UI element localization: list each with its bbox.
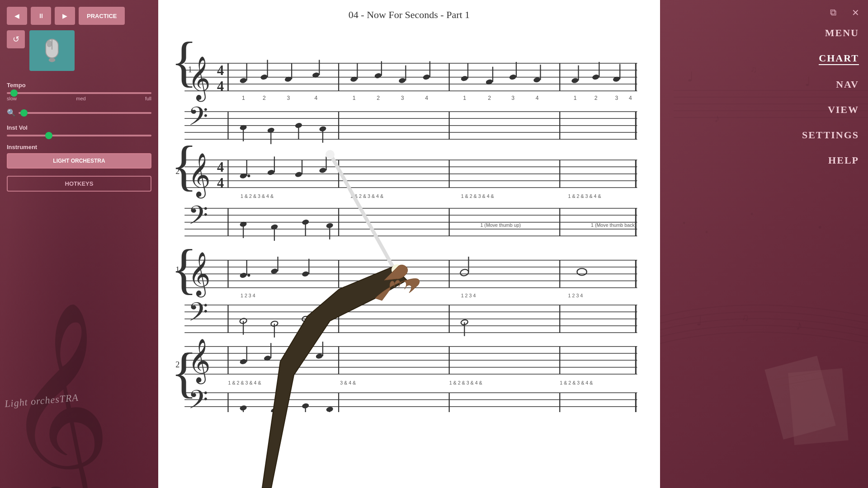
svg-text:4: 4 xyxy=(217,63,224,78)
svg-text:𝄞: 𝄞 xyxy=(188,339,211,385)
svg-text:4: 4 xyxy=(425,95,428,101)
svg-line-247 xyxy=(775,371,825,380)
svg-text:2: 2 xyxy=(594,95,598,101)
svg-text:1 & 2 & 3 & 4 &: 1 & 2 & 3 & 4 & xyxy=(461,193,494,199)
nav-item-menu[interactable]: MENU xyxy=(825,27,859,39)
svg-text:1   2   3   4: 1 2 3 4 xyxy=(461,293,476,298)
svg-rect-245 xyxy=(764,356,835,440)
svg-text:𝄢: 𝄢 xyxy=(188,202,208,236)
svg-point-59 xyxy=(571,77,579,84)
svg-text:3: 3 xyxy=(287,95,290,101)
svg-point-25 xyxy=(260,74,268,80)
prev-icon: ◀ xyxy=(14,12,19,19)
svg-text:4: 4 xyxy=(217,175,224,191)
sheet-title: 04 - Now For Seconds - Part 1 xyxy=(158,0,660,25)
restore-icon: ⧉ xyxy=(830,7,836,18)
nav-item-view[interactable]: VIEW xyxy=(828,104,859,116)
close-icon: ✕ xyxy=(852,7,859,18)
svg-point-199 xyxy=(316,353,324,359)
svg-text:1 & 2 & 3 & 4 &: 1 & 2 & 3 & 4 & xyxy=(228,380,261,385)
svg-text:2: 2 xyxy=(377,95,380,101)
tempo-slider[interactable] xyxy=(7,92,151,94)
nav-item-settings[interactable]: SETTINGS xyxy=(802,129,859,141)
tempo-thumb[interactable] xyxy=(10,89,18,97)
search-icon[interactable]: 🔍 xyxy=(7,108,16,117)
tempo-label: Tempo xyxy=(7,82,151,89)
svg-text:𝄢: 𝄢 xyxy=(188,103,208,137)
svg-text:1 (Move thumb back): 1 (Move thumb back) xyxy=(591,222,636,228)
svg-text:♫: ♫ xyxy=(741,312,749,323)
close-button[interactable]: ✕ xyxy=(848,5,863,20)
tempo-full: full xyxy=(145,96,151,101)
svg-text:2: 2 xyxy=(488,95,491,101)
svg-text:1   2   3   4: 1 2 3 4 xyxy=(568,293,583,298)
svg-text:♫: ♫ xyxy=(750,64,757,74)
svg-text:3: 3 xyxy=(511,95,514,101)
nav-item-help[interactable]: HELP xyxy=(828,155,859,166)
svg-point-53 xyxy=(533,77,541,83)
nav-item-nav[interactable]: NAV xyxy=(836,79,859,90)
instrument-button[interactable]: LIGHT ORCHESTRA xyxy=(7,153,151,169)
svg-rect-2 xyxy=(47,40,52,47)
main-content: 04 - Now For Seconds - Part 1 { { { { 1 … xyxy=(158,0,660,488)
svg-text:1: 1 xyxy=(242,95,245,101)
svg-text:♪: ♪ xyxy=(714,112,720,124)
tempo-section: Tempo slow med full xyxy=(7,82,151,101)
svg-text:3   4: 3 4 xyxy=(351,293,358,298)
svg-text:𝄢: 𝄢 xyxy=(188,298,208,333)
svg-point-193 xyxy=(239,358,247,365)
svg-point-39 xyxy=(398,77,406,84)
svg-point-61 xyxy=(592,74,600,80)
svg-text:4: 4 xyxy=(629,95,632,101)
search-slider[interactable] xyxy=(19,112,151,114)
inst-vol-section: Inst Vol xyxy=(7,124,151,136)
practice-button[interactable]: PRACTICE xyxy=(79,7,125,25)
instrument-section-label: Instrument xyxy=(7,144,151,150)
inst-vol-thumb[interactable] xyxy=(45,132,52,139)
svg-point-149 xyxy=(247,274,250,277)
svg-point-23 xyxy=(239,77,247,84)
svg-point-47 xyxy=(461,75,469,82)
svg-text:3: 3 xyxy=(401,95,404,101)
svg-text:1 & 2 & 3 & 4 &: 1 & 2 & 3 & 4 & xyxy=(560,380,593,385)
hotkeys-button[interactable]: HOTKEYS xyxy=(7,176,151,192)
search-thumb[interactable] xyxy=(20,109,28,117)
svg-text:•: • xyxy=(705,228,708,237)
refresh-button[interactable]: ↺ xyxy=(7,30,25,48)
svg-text:♪: ♪ xyxy=(796,318,802,333)
svg-text:4: 4 xyxy=(315,95,318,101)
svg-point-103 xyxy=(247,174,250,177)
inst-vol-label: Inst Vol xyxy=(7,124,151,131)
nav-menu: MENU CHART NAV VIEW SETTINGS HELP xyxy=(802,27,859,166)
inst-vol-slider[interactable] xyxy=(7,135,151,136)
svg-point-197 xyxy=(291,357,299,363)
svg-text:1: 1 xyxy=(175,265,179,274)
svg-text:1: 1 xyxy=(353,95,356,101)
next-button[interactable]: ▶ xyxy=(55,7,75,25)
refresh-icon: ↺ xyxy=(13,34,19,44)
svg-text:1 & 2 & 3 & 4 &: 1 & 2 & 3 & 4 & xyxy=(449,380,482,385)
svg-text:1: 1 xyxy=(574,95,577,101)
svg-point-105 xyxy=(267,169,275,175)
next-icon: ▶ xyxy=(62,12,67,19)
svg-text:•: • xyxy=(750,210,753,219)
sheet-music-area: { { { { 1 𝄞 4 4 xyxy=(158,25,660,486)
svg-text:2: 2 xyxy=(175,167,179,176)
instrument-section: Instrument LIGHT ORCHESTRA xyxy=(7,144,151,169)
svg-text:3 & 4 &: 3 & 4 & xyxy=(340,380,356,385)
prev-button[interactable]: ◀ xyxy=(7,7,27,25)
svg-text:4: 4 xyxy=(536,95,539,101)
nav-item-chart[interactable]: CHART xyxy=(819,52,859,65)
svg-rect-246 xyxy=(788,368,848,445)
svg-text:•: • xyxy=(683,219,685,228)
svg-text:•: • xyxy=(818,221,822,233)
pause-button[interactable]: ⏸ xyxy=(31,7,51,25)
svg-text:𝄞: 𝄞 xyxy=(188,56,211,102)
svg-text:𝄞: 𝄞 xyxy=(188,153,211,199)
svg-text:𝄞: 𝄞 xyxy=(188,252,211,298)
svg-text:4: 4 xyxy=(217,79,224,94)
left-panel: 𝄞 ◀ ⏸ ▶ PRACTICE ↺ xyxy=(0,0,158,488)
svg-text:2: 2 xyxy=(263,95,266,101)
restore-button[interactable]: ⧉ xyxy=(825,5,841,20)
svg-text:2: 2 xyxy=(175,360,179,369)
